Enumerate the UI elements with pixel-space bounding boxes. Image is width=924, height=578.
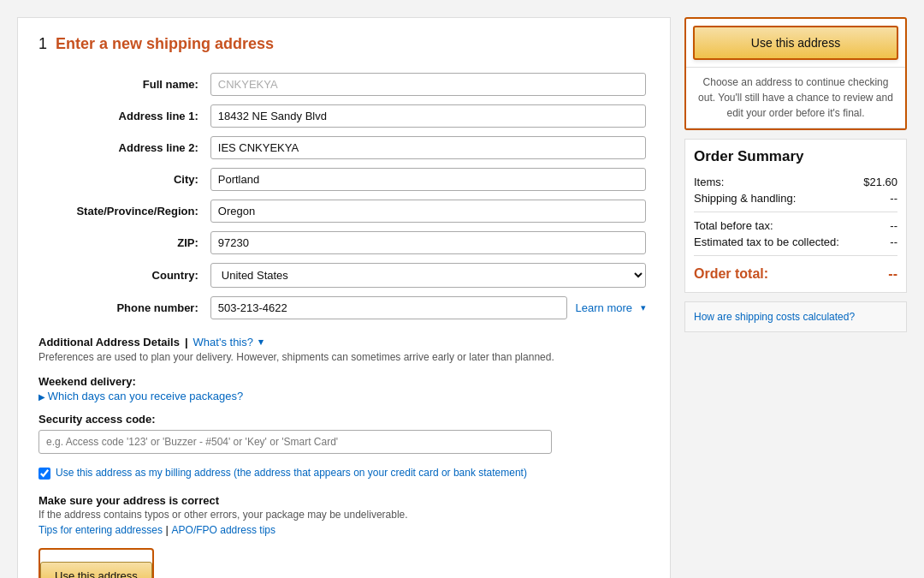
country-row: Country: United States Canada United Kin… — [38, 259, 649, 292]
shipping-label: Shipping & handling: — [694, 192, 796, 205]
address-line2-input[interactable] — [210, 136, 646, 159]
billing-checkbox-section: Use this address as my billing address (… — [38, 466, 569, 480]
estimated-tax-value: -- — [890, 235, 897, 248]
total-before-tax-row: Total before tax: -- — [694, 217, 897, 234]
use-address-button-top[interactable]: Use this address — [693, 26, 898, 60]
billing-checkbox-label[interactable]: Use this address as my billing address (… — [56, 466, 527, 480]
additional-details-label: Additional Address Details — [38, 336, 180, 349]
sidebar-checkout-desc: Choose an address to continue checking o… — [686, 68, 905, 128]
whats-this-link[interactable]: What's this? — [193, 336, 253, 349]
weekend-delivery-label: Weekend delivery: — [38, 375, 136, 388]
zip-row: ZIP: — [38, 227, 649, 259]
items-value: $21.60 — [863, 176, 897, 188]
estimated-tax-row: Estimated tax to be collected: -- — [694, 234, 897, 250]
additional-details-row: Additional Address Details | What's this… — [38, 336, 649, 349]
use-address-button-bottom[interactable]: Use this address — [40, 562, 152, 578]
learn-more-link[interactable]: Learn more — [576, 301, 632, 314]
address-line1-input[interactable] — [210, 104, 646, 128]
sidebar-top: Use this address — [686, 19, 905, 68]
tips-link[interactable]: Tips for entering addresses — [38, 524, 163, 536]
country-label: Country: — [38, 259, 207, 292]
full-name-label: Full name: — [38, 69, 207, 100]
city-label: City: — [38, 164, 207, 195]
tips-separator: | — [166, 523, 172, 536]
page-container: 1 Enter a new shipping address Full name… — [0, 0, 924, 578]
billing-checkbox[interactable] — [38, 468, 50, 480]
items-row: Items: $21.60 — [694, 174, 897, 190]
country-select[interactable]: United States Canada United Kingdom Aust… — [210, 263, 646, 288]
step-title: 1 Enter a new shipping address — [38, 35, 649, 53]
order-divider2 — [694, 255, 897, 256]
make-sure-title: Make sure your address is correct — [38, 494, 649, 507]
learn-more-chevron-icon: ▾ — [641, 302, 646, 313]
sidebar: Use this address Choose an address to co… — [684, 17, 907, 578]
city-row: City: — [38, 164, 649, 195]
apo-link[interactable]: APO/FPO address tips — [172, 524, 275, 536]
order-total-label: Order total: — [694, 266, 768, 282]
shipping-row: Shipping & handling: -- — [694, 190, 897, 206]
address-line2-row: Address line 2: — [38, 132, 649, 164]
full-name-input[interactable] — [210, 73, 646, 96]
address-line1-label: Address line 1: — [38, 100, 207, 132]
step-heading: Enter a new shipping address — [56, 35, 274, 53]
separator: | — [185, 336, 188, 349]
order-summary-title: Order Summary — [694, 148, 897, 165]
main-panel: 1 Enter a new shipping address Full name… — [17, 17, 671, 578]
security-code-input[interactable] — [38, 430, 552, 454]
make-sure-section: Make sure your address is correct If the… — [38, 494, 649, 536]
additional-details-desc: Preferences are used to plan your delive… — [38, 351, 649, 363]
address-tips-links: Tips for entering addresses | APO/FPO ad… — [38, 523, 649, 536]
full-name-row: Full name: — [38, 69, 649, 100]
order-divider1 — [694, 212, 897, 212]
order-summary-section: Order Summary Items: $21.60 Shipping & h… — [684, 139, 907, 293]
estimated-tax-label: Estimated tax to be collected: — [694, 235, 839, 248]
weekend-delivery-link[interactable]: Which days can you receive packages? — [38, 390, 649, 402]
zip-input[interactable] — [210, 231, 646, 254]
phone-input[interactable] — [210, 296, 567, 319]
shipping-value: -- — [890, 192, 897, 205]
address-form: Full name: Address line 1: Address line … — [38, 69, 649, 324]
address-line2-label: Address line 2: — [38, 132, 207, 164]
total-before-tax-label: Total before tax: — [694, 219, 773, 232]
whats-this-chevron-icon: ▾ — [258, 337, 264, 348]
order-total-value: -- — [888, 266, 897, 282]
weekend-delivery-section: Weekend delivery: Which days can you rec… — [38, 375, 649, 402]
address-line1-row: Address line 1: — [38, 100, 649, 132]
items-label: Items: — [694, 176, 724, 188]
phone-row: Phone number: Learn more ▾ — [38, 292, 649, 324]
sidebar-box: Use this address Choose an address to co… — [684, 17, 907, 130]
additional-details-section: Additional Address Details | What's this… — [38, 336, 649, 363]
security-code-label: Security access code: — [38, 413, 649, 426]
state-label: State/Province/Region: — [38, 195, 207, 227]
zip-label: ZIP: — [38, 227, 207, 259]
make-sure-desc: If the address contains typos or other e… — [38, 509, 649, 521]
security-code-section: Security access code: — [38, 413, 649, 454]
phone-field-group: Learn more ▾ — [210, 296, 646, 319]
step-number: 1 — [38, 35, 47, 53]
use-address-bottom-wrapper: Use this address — [38, 548, 154, 578]
order-total-row: Order total: -- — [694, 261, 897, 283]
state-input[interactable] — [210, 200, 646, 223]
total-before-tax-value: -- — [890, 219, 897, 232]
city-input[interactable] — [210, 168, 646, 191]
phone-label: Phone number: — [38, 292, 207, 324]
shipping-costs-link[interactable]: How are shipping costs calculated? — [684, 301, 907, 332]
state-row: State/Province/Region: — [38, 195, 649, 227]
